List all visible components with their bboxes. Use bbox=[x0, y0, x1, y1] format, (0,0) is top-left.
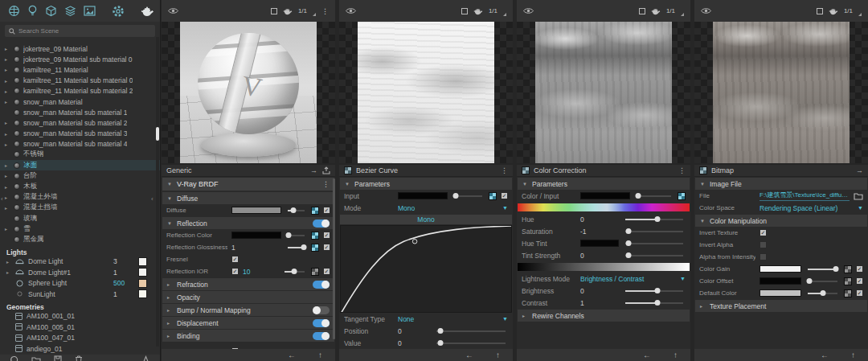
up-arrow-icon[interactable]: ↑ bbox=[851, 351, 855, 359]
lightness-mode-dropdown[interactable]: Brightness / Contrast bbox=[580, 275, 676, 283]
folder-icon[interactable] bbox=[31, 356, 41, 361]
preview-canvas[interactable] bbox=[339, 22, 513, 163]
preview-canvas[interactable] bbox=[694, 22, 868, 163]
diffuse-slider[interactable] bbox=[288, 210, 305, 211]
back-arrow-icon[interactable]: ← bbox=[288, 351, 296, 359]
preview-canvas[interactable]: V bbox=[162, 22, 335, 163]
expander-icon[interactable]: ▸ bbox=[5, 67, 10, 72]
tree-item[interactable]: ▸ 台阶 bbox=[0, 170, 160, 181]
teapot-icon[interactable] bbox=[473, 7, 483, 15]
preview-texture-corrected[interactable]: 1/1 bbox=[517, 0, 690, 163]
panel-menu-icon[interactable]: ⋮ bbox=[501, 166, 508, 174]
reflection-color-checkbox[interactable]: ✓ bbox=[323, 232, 330, 239]
frame-icon[interactable] bbox=[271, 8, 277, 14]
expander-icon[interactable]: ▸ bbox=[5, 78, 10, 84]
expander-icon[interactable]: ▸ bbox=[5, 88, 10, 94]
section-binding[interactable]: ▸Binding bbox=[162, 330, 334, 342]
light-color-swatch[interactable] bbox=[138, 257, 147, 266]
color-input-slider[interactable] bbox=[637, 195, 671, 197]
section-parameters[interactable]: ▼Parameters bbox=[518, 178, 690, 190]
geometry-cube-icon[interactable] bbox=[45, 5, 57, 17]
curve-editor[interactable] bbox=[340, 225, 512, 313]
frame-icon[interactable] bbox=[817, 8, 823, 14]
search-box[interactable] bbox=[5, 25, 155, 37]
expander-icon[interactable]: ▸ bbox=[5, 46, 10, 51]
forward-arrow-icon[interactable]: → bbox=[310, 166, 317, 174]
diffuse-map-icon[interactable] bbox=[311, 207, 319, 215]
input-color-swatch[interactable] bbox=[398, 192, 448, 199]
color-offset-map-icon[interactable] bbox=[844, 277, 852, 285]
section-reflection[interactable]: ▼Reflection bbox=[162, 217, 334, 229]
light-row[interactable]: ▸ Dome Light#1 1 bbox=[0, 267, 160, 278]
panel-scrollbar[interactable] bbox=[333, 178, 335, 339]
hue-tint-slider[interactable] bbox=[625, 243, 683, 244]
tree-item[interactable]: ▸ snow_man Material sub material 3 bbox=[0, 129, 160, 139]
eye-icon[interactable] bbox=[523, 7, 534, 14]
light-color-swatch[interactable] bbox=[138, 279, 147, 288]
light-intensity-value[interactable]: 1 bbox=[113, 269, 134, 277]
hue-tint-swatch[interactable] bbox=[580, 240, 619, 247]
tree-item[interactable]: ▸ snow_man Material sub material 1 bbox=[0, 107, 160, 117]
color-gain-checkbox[interactable]: ✓ bbox=[856, 265, 863, 273]
input-slider[interactable] bbox=[454, 195, 482, 197]
section-displacement[interactable]: ▸Displacement bbox=[162, 317, 334, 329]
color-gain-map-icon[interactable] bbox=[844, 265, 852, 273]
color-gain-slider[interactable] bbox=[808, 269, 837, 270]
color-offset-swatch[interactable] bbox=[760, 277, 801, 285]
reflection-glossiness-value[interactable]: 1 bbox=[231, 244, 281, 252]
color-offset-checkbox[interactable]: ✓ bbox=[856, 277, 863, 285]
expander-icon[interactable]: ▸ bbox=[5, 142, 10, 147]
resize-corner-icon[interactable] bbox=[503, 13, 506, 16]
tree-item[interactable]: ▸ jokertree_09 Material bbox=[0, 43, 160, 54]
section-texture-placement[interactable]: ▸Texture Placement bbox=[695, 300, 867, 312]
expander-icon[interactable]: ▸ bbox=[5, 184, 10, 190]
teapot-icon[interactable] bbox=[829, 7, 838, 15]
light-row[interactable]: ▸ Dome Light 3 bbox=[0, 256, 160, 268]
section-rewire-channels[interactable]: ▸Rewire Channels bbox=[518, 310, 690, 322]
reflection-glossiness-map-icon[interactable] bbox=[311, 244, 319, 252]
eye-icon[interactable] bbox=[168, 7, 178, 14]
tree-scrollbar[interactable] bbox=[156, 37, 159, 347]
contrast-value[interactable]: 1 bbox=[580, 299, 619, 307]
tab-mono[interactable]: Mono bbox=[340, 215, 512, 225]
brightness-value[interactable]: 0 bbox=[580, 287, 619, 295]
expander-icon[interactable]: ▸ bbox=[5, 205, 10, 211]
displacement-toggle[interactable] bbox=[313, 319, 330, 327]
mode-dropdown[interactable]: Mono bbox=[398, 204, 498, 212]
reflection-glossiness-slider[interactable] bbox=[288, 247, 305, 248]
light-row[interactable]: ▸ SunLight 1 bbox=[0, 289, 160, 300]
tree-item[interactable]: ▸ 木板 bbox=[0, 181, 160, 191]
tree-item[interactable]: ▸ 玻璃 bbox=[0, 213, 160, 224]
preview-material-ball[interactable]: 1/1 ⋮ V bbox=[162, 0, 335, 163]
frame-icon[interactable] bbox=[461, 8, 468, 14]
expander-icon[interactable]: ▸ bbox=[6, 259, 11, 265]
render-layers-icon[interactable] bbox=[64, 5, 76, 17]
tint-strength-value[interactable]: 0 bbox=[580, 252, 619, 260]
teapot-icon[interactable] bbox=[283, 7, 293, 15]
preview-canvas[interactable] bbox=[517, 22, 690, 163]
reflection-color-map-icon[interactable] bbox=[311, 232, 319, 240]
tree-item[interactable]: ▸ 雪 bbox=[0, 224, 160, 234]
back-arrow-icon[interactable]: ← bbox=[821, 351, 829, 359]
resize-corner-icon[interactable] bbox=[858, 13, 862, 16]
color-space-dropdown[interactable]: Rendering Space (Linear) bbox=[760, 204, 854, 212]
geometry-row[interactable]: AM100_001_01 bbox=[0, 311, 160, 322]
reflection-ior-checkbox2[interactable]: ✓ bbox=[323, 268, 330, 275]
panel-menu-icon[interactable]: ⋮ bbox=[678, 166, 686, 174]
geometry-row[interactable]: andiego_01 bbox=[0, 343, 160, 355]
light-intensity-value[interactable]: 500 bbox=[113, 279, 134, 287]
tree-item[interactable]: ▸ 不锈钢 bbox=[0, 150, 160, 160]
tree-item[interactable]: ▸ kamiltree_11 Material sub material 2 bbox=[0, 86, 160, 96]
reflection-toggle[interactable] bbox=[313, 219, 330, 228]
search-input[interactable] bbox=[18, 27, 151, 35]
section-image-file[interactable]: ▼Image File bbox=[695, 178, 867, 190]
light-color-swatch[interactable] bbox=[138, 289, 147, 298]
materials-ball-icon[interactable] bbox=[8, 5, 20, 17]
lights-bulb-icon[interactable] bbox=[27, 5, 38, 17]
chevron-down-icon[interactable]: ▼ bbox=[680, 276, 686, 281]
fresnel-checkbox[interactable]: ✓ bbox=[231, 256, 239, 263]
up-arrow-icon[interactable]: ↑ bbox=[674, 351, 678, 359]
expander-icon[interactable]: ▸ bbox=[6, 269, 11, 275]
settings-gear-icon[interactable] bbox=[112, 5, 125, 18]
chevron-down-icon[interactable]: ▼ bbox=[858, 205, 863, 211]
